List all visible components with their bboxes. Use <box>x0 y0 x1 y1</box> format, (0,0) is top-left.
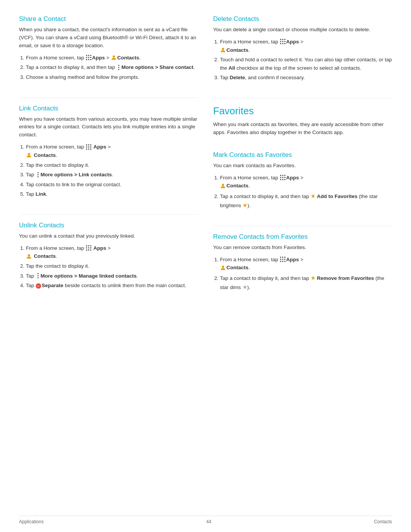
svg-rect-65 <box>280 261 281 262</box>
delete-contacts-steps: From a Home screen, tap Apps > Contacts.… <box>220 38 392 82</box>
svg-rect-61 <box>284 257 285 258</box>
svg-rect-6 <box>86 59 87 60</box>
svg-rect-18 <box>90 146 91 147</box>
svg-rect-40 <box>282 39 283 40</box>
unlink-contacts-step-4: Tap −Separate beside contacts to unlink … <box>26 281 198 290</box>
svg-rect-4 <box>88 57 89 58</box>
apps-label: Apps <box>92 55 105 61</box>
mark-favorites-step-1: From a Home screen, tap Apps > Contacts. <box>220 174 392 190</box>
svg-rect-52 <box>280 177 281 178</box>
left-column: Share a Contact When you share a contact… <box>19 15 198 304</box>
svg-rect-60 <box>282 257 283 258</box>
svg-rect-8 <box>90 59 91 60</box>
svg-point-37 <box>37 275 38 276</box>
svg-point-58 <box>222 184 224 186</box>
mark-favorites-intro: You can mark contacts as Favorites. <box>213 162 392 170</box>
share-contact-intro: When you share a contact, the contact's … <box>19 26 198 50</box>
svg-rect-2 <box>90 55 91 56</box>
apps-icon-5 <box>280 174 286 181</box>
footer-left: Applications <box>19 519 44 524</box>
mark-favorites-step-2: Tap a contact to display it, and then ta… <box>220 192 392 210</box>
delete-contacts-intro: You can delete a single contact or choos… <box>213 26 392 34</box>
svg-rect-50 <box>282 175 283 176</box>
svg-point-11 <box>118 67 119 68</box>
svg-rect-41 <box>284 39 285 40</box>
footer: Applications 44 Contacts <box>19 516 392 524</box>
svg-rect-5 <box>90 57 91 58</box>
apps-label-5: Apps <box>286 175 299 181</box>
favorites-intro: When you mark contacts as favorites, the… <box>213 121 392 137</box>
svg-rect-3 <box>86 57 87 58</box>
contacts-label-4: Contacts <box>226 47 249 53</box>
svg-rect-66 <box>282 261 283 262</box>
link-contacts-step-2: Tap the contact to display it. <box>26 161 198 169</box>
svg-rect-67 <box>284 261 285 262</box>
star-bright-icon-2: ★ <box>242 202 247 208</box>
delete-contacts-section: Delete Contacts You can delete a single … <box>213 15 392 83</box>
svg-point-36 <box>37 273 38 274</box>
share-contact-section: Share a Contact When you share a contact… <box>19 15 198 83</box>
contacts-label-5: Contacts <box>226 183 249 189</box>
svg-rect-21 <box>90 149 91 150</box>
share-contact-title: Share a Contact <box>19 15 198 23</box>
svg-rect-62 <box>280 259 281 260</box>
svg-point-24 <box>37 174 38 175</box>
svg-rect-30 <box>88 248 89 249</box>
svg-rect-26 <box>86 245 87 246</box>
svg-rect-33 <box>88 249 89 251</box>
contacts-label: Contacts <box>117 55 139 61</box>
svg-rect-20 <box>88 149 89 150</box>
contacts-icon-2 <box>26 152 32 158</box>
link-contacts-step-5: Tap Link. <box>26 190 198 198</box>
contacts-icon-5 <box>220 183 226 189</box>
more-options-icon-3 <box>36 273 40 279</box>
svg-point-35 <box>28 254 30 256</box>
divider-2 <box>19 214 198 215</box>
remove-from-favorites-label: Remove from Favorites <box>317 275 374 281</box>
svg-point-12 <box>118 69 119 70</box>
divider-4 <box>213 226 392 226</box>
link-contacts-step-3: Tap More options > Link contacts. <box>26 171 198 179</box>
svg-rect-15 <box>90 144 91 145</box>
svg-rect-51 <box>284 175 285 176</box>
remove-favorites-intro: You can remove contacts from Favorites. <box>213 244 392 252</box>
link-contacts-step-1: From a Home screen, tap Apps > Contacts. <box>26 143 198 159</box>
svg-rect-16 <box>86 146 87 147</box>
svg-point-23 <box>37 172 38 173</box>
share-contact-step-2: Tap a contact to display it, and then ta… <box>26 63 198 72</box>
svg-rect-54 <box>284 177 285 178</box>
link-contacts-intro: When you have contacts from various acco… <box>19 115 198 139</box>
svg-rect-1 <box>88 55 89 56</box>
remove-favorites-step-2: Tap a contact to display it, and then ta… <box>220 273 392 292</box>
svg-rect-32 <box>86 249 87 251</box>
link-label: Link <box>36 191 46 197</box>
svg-point-9 <box>113 56 115 58</box>
apps-label-6: Apps <box>286 257 299 262</box>
apps-label-2: Apps <box>94 144 107 150</box>
svg-rect-13 <box>86 144 87 145</box>
divider-3 <box>213 98 392 98</box>
svg-point-68 <box>222 265 224 268</box>
apps-icon-6 <box>280 256 286 262</box>
svg-rect-19 <box>86 149 87 150</box>
footer-right: Contacts <box>374 519 392 524</box>
more-options-label: More options > Share contact <box>121 64 193 70</box>
svg-rect-63 <box>282 259 283 260</box>
svg-rect-39 <box>280 39 281 40</box>
manage-linked-label: More options > Manage linked contacts <box>41 273 137 279</box>
svg-rect-31 <box>90 248 91 249</box>
contacts-icon <box>111 54 117 61</box>
delete-contacts-step-3: Tap Delete, and confirm if necessary. <box>220 73 392 82</box>
svg-rect-45 <box>280 43 281 44</box>
svg-rect-56 <box>282 179 283 180</box>
divider-1 <box>19 97 198 98</box>
svg-rect-47 <box>284 43 285 44</box>
contacts-icon-3 <box>26 253 32 259</box>
svg-rect-0 <box>86 55 87 56</box>
add-to-favorites-label: Add to Favorites <box>317 193 358 199</box>
apps-icon <box>86 54 92 61</box>
apps-icon-3 <box>86 245 92 251</box>
share-contact-steps: From a Home screen, tap Apps > Contacts.… <box>26 54 198 81</box>
remove-favorites-section: Remove Contacts from Favorites You can r… <box>213 233 392 293</box>
contacts-label-3: Contacts <box>34 253 56 259</box>
